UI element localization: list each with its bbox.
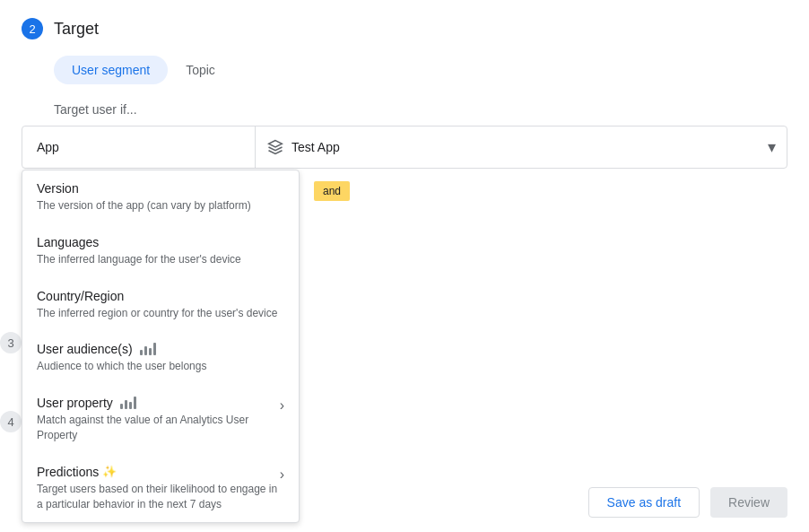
dropdown-panel: Version The version of the app (can vary… [22,170,300,523]
item-title: Country/Region [37,289,284,303]
bar-chart-icon [120,397,136,409]
list-item[interactable]: Predictions ✨ Target users based on thei… [22,454,299,523]
list-item[interactable]: Country/Region The inferred region or co… [22,278,299,332]
app-value: Test App [291,140,761,154]
save-draft-button[interactable]: Save as draft [588,487,700,518]
item-title: Languages [37,235,284,249]
condition-right[interactable]: Test App ▾ [256,137,787,157]
dropdown-arrow-icon[interactable]: ▾ [768,137,776,157]
and-badge: and [314,181,350,201]
item-desc: Target users based on their likelihood t… [37,482,280,512]
step-3-badge: 3 [0,332,22,353]
step-4-badge: 4 [0,411,22,432]
item-title: User audience(s) [37,342,284,356]
tab-user-segment[interactable]: User segment [54,56,168,84]
list-item[interactable]: User property Match against the value of… [22,385,299,454]
step-2-badge: 2 [22,18,43,39]
condition-row: App Test App ▾ [22,126,787,169]
chevron-right-icon: › [280,397,284,414]
bar-chart-icon [140,343,156,355]
list-item[interactable]: User audience(s) Audience to which the u… [22,331,299,385]
list-item[interactable]: Languages The inferred language for the … [22,224,299,278]
condition-left-label[interactable]: App [22,126,256,168]
target-user-label: Target user if... [54,102,787,117]
list-item[interactable]: Version The version of the app (can vary… [22,170,299,224]
page-title: Target [54,20,99,39]
tab-topic[interactable]: Topic [168,56,233,84]
app-icon [266,138,284,156]
item-desc: Audience to which the user belongs [37,359,284,374]
review-button: Review [710,487,787,518]
item-title: User property [37,396,280,410]
chevron-right-icon: › [280,467,284,483]
item-title: Predictions ✨ [37,465,280,479]
item-title: Version [37,181,284,196]
and-badge-container: and [300,170,787,213]
item-desc: The inferred language for the user's dev… [37,252,284,267]
sparkle-icon: ✨ [102,465,117,478]
item-desc: The inferred region or country for the u… [37,306,284,321]
svg-marker-0 [269,141,283,148]
item-desc: Match against the value of an Analytics … [37,413,280,443]
item-desc: The version of the app (can vary by plat… [37,198,284,214]
